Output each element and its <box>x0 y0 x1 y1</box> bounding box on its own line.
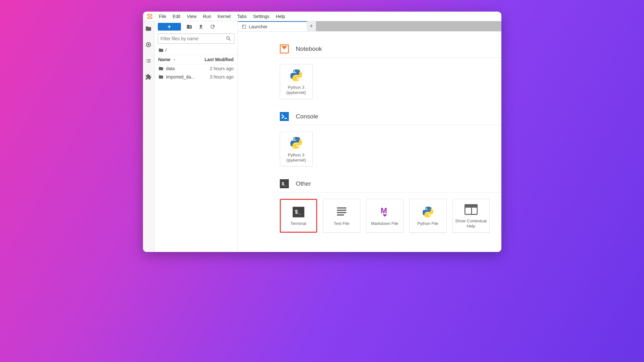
menu-view[interactable]: View <box>184 13 200 20</box>
console-section-icon <box>280 112 289 121</box>
svg-point-2 <box>147 14 147 14</box>
file-modified: 3 hours ago <box>198 74 234 79</box>
breadcrumb-path: / <box>166 48 167 53</box>
sort-asc-icon <box>173 58 176 61</box>
left-iconbar <box>143 21 155 252</box>
menu-settings[interactable]: Settings <box>250 13 273 20</box>
svg-point-8 <box>294 70 295 72</box>
svg-rect-17 <box>337 208 346 209</box>
toc-tab-icon[interactable] <box>145 57 152 64</box>
text-file-icon <box>335 206 349 218</box>
card-text-file[interactable]: Text File <box>323 199 360 233</box>
svg-rect-25 <box>465 205 477 208</box>
svg-point-22 <box>426 208 427 209</box>
filter-input[interactable] <box>161 36 226 41</box>
card-label: Python File <box>417 221 438 226</box>
file-row[interactable]: data 2 hours ago <box>155 64 238 73</box>
menu-run[interactable]: Run <box>200 13 214 20</box>
section-notebook: Notebook <box>280 44 501 99</box>
app-window: File Edit View Run Kernel Tabs Settings … <box>143 12 501 252</box>
svg-point-0 <box>147 14 152 16</box>
section-console: Console <box>280 112 501 167</box>
svg-point-1 <box>147 17 152 19</box>
extensions-tab-icon[interactable] <box>145 73 152 80</box>
menubar: File Edit View Run Kernel Tabs Settings … <box>143 12 501 21</box>
terminal-icon: $_ <box>291 206 306 218</box>
file-list-header: Name Last Modified <box>155 55 238 64</box>
svg-rect-18 <box>337 210 346 211</box>
python-icon <box>289 68 303 82</box>
search-icon <box>226 36 232 42</box>
file-row[interactable]: imported_da... 3 hours ago <box>155 73 238 81</box>
menu-tabs[interactable]: Tabs <box>234 13 250 20</box>
new-launcher-button[interactable]: + <box>158 23 181 31</box>
section-other: $_ Other $_ Terminal <box>280 179 501 233</box>
card-label: Python 3 <box>288 153 304 157</box>
svg-text:M: M <box>381 207 387 215</box>
menu-kernel[interactable]: Kernel <box>214 13 234 20</box>
card-label: Markdown File <box>371 221 398 226</box>
body: + / Name <box>143 21 501 252</box>
filter-box <box>158 33 234 44</box>
col-name[interactable]: Name <box>158 57 198 62</box>
svg-text:$_: $_ <box>295 209 301 215</box>
upload-icon[interactable] <box>198 23 204 30</box>
card-python-file[interactable]: Python File <box>409 199 447 233</box>
svg-point-12 <box>297 146 298 148</box>
new-folder-icon[interactable] <box>186 23 193 30</box>
refresh-icon[interactable] <box>209 23 216 30</box>
col-modified[interactable]: Last Modified <box>198 57 234 62</box>
section-title: Notebook <box>296 45 322 52</box>
svg-point-23 <box>429 215 430 216</box>
folder-icon <box>158 48 164 53</box>
tabbar: Launcher + <box>238 21 501 32</box>
card-console-python3[interactable]: Python 3 (ipykernel) <box>280 132 313 167</box>
menu-help[interactable]: Help <box>273 13 289 20</box>
section-title: Console <box>296 113 318 120</box>
tab-title: Launcher <box>249 24 268 29</box>
svg-rect-5 <box>148 44 149 46</box>
contextual-help-icon <box>464 203 478 216</box>
files-tab-icon[interactable] <box>145 25 152 32</box>
svg-rect-20 <box>337 214 344 216</box>
section-title: Other <box>296 180 311 187</box>
card-label: Text File <box>334 221 349 226</box>
svg-point-3 <box>151 18 152 19</box>
card-label: Terminal <box>290 221 306 226</box>
python-icon <box>421 206 435 218</box>
card-label: Show Contextual Help <box>455 218 488 229</box>
card-label: Python 3 <box>288 85 304 90</box>
card-contextual-help[interactable]: Show Contextual Help <box>452 199 490 233</box>
svg-rect-6 <box>242 25 246 28</box>
python-icon <box>289 136 303 150</box>
card-sublabel: (ipykernel) <box>286 90 306 95</box>
menu-file[interactable]: File <box>156 13 170 20</box>
notebook-section-icon <box>280 44 289 53</box>
svg-text:$_: $_ <box>282 181 287 186</box>
launcher: Notebook <box>238 32 501 252</box>
other-section-icon: $_ <box>280 179 289 188</box>
menu-edit[interactable]: Edit <box>169 13 184 20</box>
card-markdown-file[interactable]: M Markdown File <box>366 199 403 233</box>
launcher-tab-icon <box>242 24 246 29</box>
svg-point-9 <box>297 79 298 80</box>
svg-rect-26 <box>471 208 472 214</box>
file-browser: + / Name <box>155 21 238 252</box>
new-tab-button[interactable]: + <box>307 21 316 31</box>
jupyter-logo-icon <box>146 13 153 20</box>
file-modified: 2 hours ago <box>198 66 234 71</box>
svg-rect-19 <box>337 212 346 213</box>
card-terminal[interactable]: $_ Terminal <box>280 199 317 233</box>
tab-launcher[interactable]: Launcher <box>238 21 307 31</box>
card-sublabel: (ipykernel) <box>286 158 306 162</box>
file-toolbar: + <box>155 21 238 32</box>
svg-point-11 <box>294 138 295 139</box>
main-panel: Launcher + Notebook <box>238 21 501 252</box>
running-tab-icon[interactable] <box>145 41 152 48</box>
folder-icon <box>158 66 164 71</box>
file-name: data <box>166 66 175 71</box>
folder-icon <box>158 74 164 79</box>
card-notebook-python3[interactable]: Python 3 (ipykernel) <box>280 64 313 99</box>
markdown-icon: M <box>378 206 392 218</box>
breadcrumb[interactable]: / <box>155 46 238 55</box>
